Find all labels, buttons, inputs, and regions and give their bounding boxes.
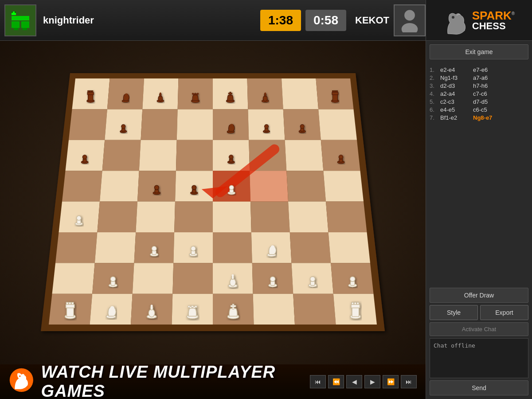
export-button[interactable]: Export (480, 305, 528, 320)
svg-marker-19 (69, 109, 107, 140)
offer-draw-button[interactable]: Offer Draw (430, 288, 528, 303)
svg-marker-22 (177, 109, 213, 140)
svg-point-135 (230, 124, 233, 127)
svg-rect-109 (332, 92, 338, 95)
svg-point-118 (154, 185, 159, 190)
opponent-avatar (394, 4, 426, 36)
svg-rect-99 (228, 93, 232, 94)
svg-marker-72 (253, 294, 295, 325)
board-area (0, 41, 426, 364)
svg-marker-76 (250, 171, 288, 201)
svg-marker-45 (136, 202, 175, 232)
svg-rect-6 (14, 28, 18, 30)
svg-point-186 (270, 277, 275, 282)
nav-controls: ⏮ ⏪ ◀ ▶ ⏩ ⏭ (310, 375, 417, 388)
game-header: knightrider 1:38 0:58 KEKOT (0, 0, 426, 41)
svg-point-95 (197, 93, 199, 95)
svg-point-121 (192, 185, 196, 190)
svg-marker-57 (290, 232, 331, 263)
svg-marker-47 (213, 202, 251, 232)
nav-prev-btn[interactable]: ◀ (346, 375, 362, 388)
spark-chess-logo: SPARK® CHESS (426, 0, 532, 41)
svg-marker-55 (213, 232, 252, 263)
svg-point-192 (350, 277, 355, 282)
exit-game-button[interactable]: Exit game (430, 44, 528, 59)
svg-marker-52 (95, 232, 136, 263)
banner-text: WATCH LIVE MULTIPLAYER GAMES (41, 363, 310, 399)
svg-point-183 (229, 185, 234, 190)
nav-last-btn[interactable]: ⏭ (401, 375, 417, 388)
svg-marker-44 (97, 202, 137, 232)
logo-spark: SPARK® (472, 10, 515, 21)
svg-point-189 (310, 277, 315, 282)
svg-point-90 (160, 92, 161, 94)
svg-point-177 (152, 246, 156, 251)
svg-marker-28 (102, 140, 141, 171)
svg-marker-48 (250, 202, 290, 232)
move-row: 1.e2-e4e7-e6 (430, 66, 528, 73)
svg-marker-51 (55, 232, 97, 263)
logo-text: SPARK® CHESS (472, 10, 515, 31)
activate-chat-button[interactable]: Activate Chat (430, 322, 528, 336)
svg-point-86 (125, 94, 128, 97)
svg-marker-42 (323, 171, 364, 201)
svg-point-112 (121, 125, 125, 129)
svg-rect-84 (87, 92, 94, 95)
send-button[interactable]: Send (430, 380, 528, 395)
svg-marker-46 (174, 202, 213, 232)
svg-point-127 (265, 125, 269, 129)
move-row: 5.c2-c3d7-d5 (430, 98, 528, 105)
svg-marker-26 (318, 109, 357, 140)
svg-point-130 (300, 125, 304, 129)
style-button[interactable]: Style (430, 305, 478, 320)
svg-point-9 (402, 23, 418, 32)
svg-marker-29 (139, 140, 177, 171)
svg-rect-141 (66, 305, 74, 308)
svg-point-180 (191, 246, 196, 251)
svg-marker-30 (176, 140, 213, 171)
timer-left: 1:38 (260, 10, 301, 31)
nav-next-btn[interactable]: ▶ (364, 375, 380, 388)
svg-rect-3 (12, 16, 29, 20)
svg-rect-4 (12, 21, 20, 28)
svg-point-124 (229, 155, 233, 159)
move-row: 2.Ng1-f3a7-a6 (430, 74, 528, 81)
banner-horse-icon (9, 368, 35, 396)
style-export-row: Style Export (430, 305, 528, 320)
nav-first-btn[interactable]: ⏮ (310, 375, 326, 388)
player-name: knightrider (43, 15, 260, 26)
player-avatar (4, 4, 36, 36)
chat-offline-area: Chat offline (430, 338, 528, 378)
svg-marker-59 (52, 263, 95, 293)
nav-prev-fast-btn[interactable]: ⏪ (328, 375, 344, 388)
svg-rect-2 (15, 12, 16, 13)
svg-point-103 (264, 92, 266, 94)
nav-next-fast-btn[interactable]: ⏩ (383, 375, 399, 388)
svg-marker-50 (326, 202, 367, 232)
chess-board (31, 50, 395, 356)
timer-right: 0:58 (305, 10, 346, 31)
svg-marker-41 (286, 171, 326, 201)
svg-marker-35 (62, 171, 102, 201)
svg-point-160 (232, 274, 234, 277)
svg-point-194 (19, 375, 21, 377)
svg-marker-36 (100, 171, 139, 201)
move-row: 3.d2-d3h7-h6 (430, 82, 528, 89)
svg-point-133 (339, 155, 343, 159)
svg-marker-61 (133, 263, 174, 293)
svg-marker-58 (329, 232, 370, 263)
opponent-name: KEKOT (355, 15, 389, 26)
svg-point-115 (82, 155, 86, 159)
move-row: 4.a2-a4c7-c6 (430, 90, 528, 97)
svg-marker-33 (285, 140, 324, 171)
svg-marker-62 (172, 263, 213, 293)
svg-rect-5 (21, 21, 29, 28)
svg-marker-21 (141, 109, 178, 140)
svg-point-171 (77, 216, 81, 220)
svg-rect-156 (231, 305, 236, 307)
svg-point-147 (151, 305, 153, 307)
move-row: 7.Bf1-e2Ng8-e7 (430, 114, 528, 121)
svg-point-152 (195, 305, 197, 308)
svg-point-143 (110, 306, 114, 311)
logo-chess: CHESS (472, 21, 515, 31)
